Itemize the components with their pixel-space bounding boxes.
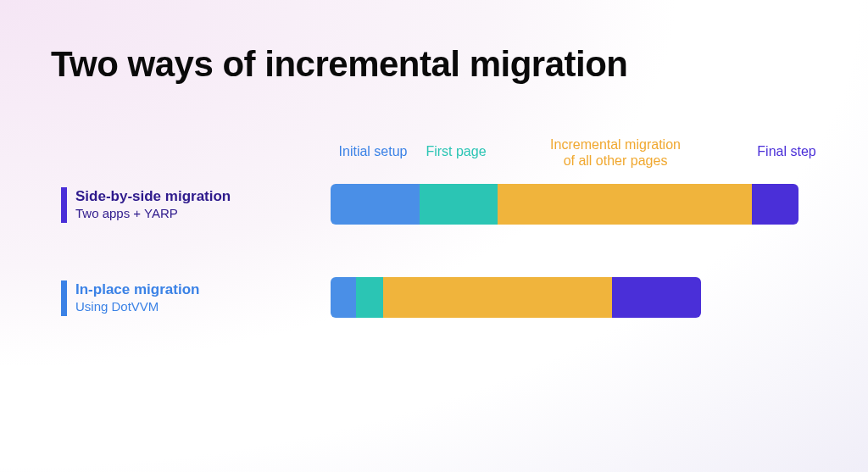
segments-row-0: [331, 184, 798, 225]
segment-yellow: [383, 277, 612, 318]
segment-purple: [612, 277, 701, 318]
row-title: In-place migration: [75, 280, 199, 298]
phase-label-first: First page: [418, 143, 494, 159]
row-label-in-place: In-place migration Using DotVVM: [61, 280, 199, 316]
segment-teal: [356, 277, 383, 318]
segment-teal: [420, 184, 498, 225]
phase-label-incremental: Incremental migrationof all other pages: [497, 136, 734, 169]
phase-label-initial: Initial setup: [331, 143, 415, 159]
row-label-side-by-side: Side-by-side migration Two apps + YARP: [61, 187, 231, 223]
segment-blue: [331, 277, 356, 318]
row-subtitle: Using DotVVM: [75, 298, 199, 315]
segments-row-1: [331, 277, 701, 318]
segment-blue: [331, 184, 420, 225]
row-accent-bar: [61, 280, 67, 316]
phase-labels: Initial setup First page Incremental mig…: [331, 131, 822, 174]
slide-title: Two ways of incremental migration: [51, 44, 628, 85]
segment-purple: [752, 184, 798, 225]
phase-label-final: Final step: [748, 143, 825, 159]
segment-yellow: [498, 184, 752, 225]
row-accent-bar: [61, 187, 67, 223]
row-title: Side-by-side migration: [75, 187, 231, 205]
row-subtitle: Two apps + YARP: [75, 205, 231, 222]
